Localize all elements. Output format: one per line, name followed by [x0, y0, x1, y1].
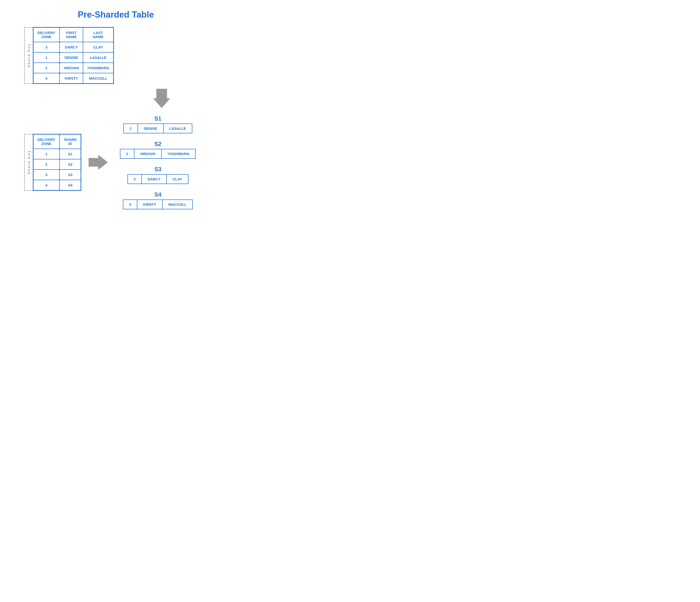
cell-firstname: DENISE — [59, 52, 83, 63]
cell-lastname: YOSHIMURA — [83, 63, 114, 73]
arrow-right — [89, 155, 108, 169]
shard-cell: HIROSHI — [134, 149, 162, 158]
shard-title: S2 — [154, 140, 161, 147]
table-row: 1DENISELASALLE — [33, 52, 114, 63]
shard-cell: MACCOLL — [162, 200, 192, 209]
shard-group: S44KIRSTYMACCOLL — [120, 191, 196, 209]
shard-cell: KIRSTY — [137, 200, 162, 209]
cell-lastname: MACCOLL — [83, 73, 114, 84]
shard-row: 4KIRSTYMACCOLL — [123, 200, 193, 209]
col-delivery-zone-2: DELIVERYZONE — [33, 134, 59, 149]
cell-zone: 3 — [33, 169, 59, 180]
table-row: 1S1 — [33, 149, 81, 159]
shard-cell: CLAY — [167, 175, 188, 184]
shard-group: S11DENISELASALLE — [120, 115, 196, 133]
shards-section: S11DENISELASALLES22HIROSHIYOSHIMURAS33DA… — [120, 115, 196, 209]
shard-cell: YOSHIMURA — [162, 149, 196, 158]
cell-firstname: DARCY — [59, 42, 83, 52]
shard-cell: 2 — [120, 149, 134, 158]
shard-group: S22HIROSHIYOSHIMURA — [120, 140, 196, 159]
shard-mapping-table: DELIVERYZONE SHARDID 1S12S23S34S4 — [33, 134, 81, 191]
table-row: 4KIRSTYMACCOLL — [33, 73, 114, 84]
shard-row: 2HIROSHIYOSHIMURA — [120, 149, 196, 159]
svg-marker-0 — [153, 89, 170, 108]
shard-cell: 3 — [128, 175, 142, 184]
shard-cell: 1 — [124, 124, 138, 133]
cell-firstname: KIRSTY — [59, 73, 83, 84]
shard-key-label-bottom: Shard Key — [27, 150, 31, 174]
cell-zone: 2 — [33, 63, 59, 73]
shard-title: S3 — [154, 166, 161, 173]
table-row: 2HIROSHIYOSHIMURA — [33, 63, 114, 73]
shard-cell: 4 — [123, 200, 137, 209]
cell-shardid: S1 — [59, 149, 81, 159]
table-row: 3DARCYCLAY — [33, 42, 114, 52]
arrow-down — [53, 89, 270, 108]
col-first-name: FIRSTNAME — [59, 27, 83, 42]
cell-shardid: S3 — [59, 169, 81, 180]
shard-cell: DENISE — [138, 124, 164, 133]
page-title: Pre-Sharded Table — [0, 10, 270, 20]
cell-zone: 4 — [33, 180, 59, 190]
cell-zone: 1 — [33, 52, 59, 63]
cell-zone: 1 — [33, 149, 59, 159]
shard-title: S4 — [154, 191, 161, 198]
cell-lastname: LASALLE — [83, 52, 114, 63]
table-row: 3S3 — [33, 169, 81, 180]
col-shard-id: SHARDID — [59, 134, 81, 149]
table-row: 2S2 — [33, 159, 81, 169]
shard-group: S33DARCYCLAY — [120, 166, 196, 184]
cell-shardid: S2 — [59, 159, 81, 169]
cell-zone: 2 — [33, 159, 59, 169]
table-row: 4S4 — [33, 180, 81, 190]
pre-sharded-table: DELIVERYZONE FIRSTNAME LASTNAME 3DARCYCL… — [33, 27, 114, 84]
cell-zone: 3 — [33, 42, 59, 52]
col-last-name: LASTNAME — [83, 27, 114, 42]
cell-firstname: HIROSHI — [59, 63, 83, 73]
svg-marker-1 — [89, 155, 108, 169]
shard-row: 1DENISELASALLE — [123, 124, 192, 133]
shard-title: S1 — [154, 115, 161, 122]
col-delivery-zone: DELIVERYZONE — [33, 27, 59, 42]
cell-lastname: CLAY — [83, 42, 114, 52]
cell-zone: 4 — [33, 73, 59, 84]
shard-cell: LASALLE — [164, 124, 192, 133]
shard-key-label-top: Shard Key — [27, 43, 31, 68]
shard-cell: DARCY — [142, 175, 167, 184]
shard-row: 3DARCYCLAY — [127, 174, 189, 184]
cell-shardid: S4 — [59, 180, 81, 190]
